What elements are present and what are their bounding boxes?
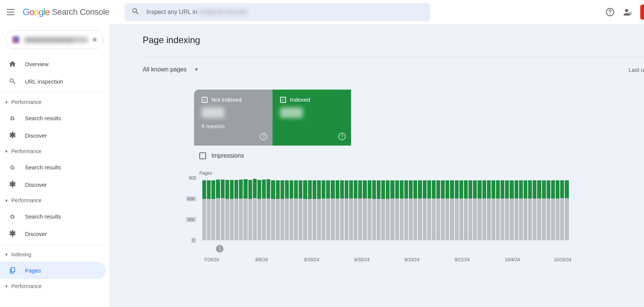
- chevron-down-icon: ▼: [5, 100, 8, 104]
- sidebar-item-label: Overview: [25, 61, 49, 67]
- asterisk-icon: ✱: [8, 131, 17, 140]
- g-icon: G: [8, 114, 17, 122]
- sidebar-section-performance-3[interactable]: ▼Performance: [0, 193, 109, 208]
- sidebar-section-performance-1[interactable]: ▼Performance: [0, 95, 109, 109]
- chart-x-tick: 10/4/24: [505, 257, 520, 262]
- search-icon: [131, 7, 140, 17]
- filter-dropdown[interactable]: All known pages ▼: [143, 66, 199, 73]
- checkbox-checked-icon[interactable]: ✓: [202, 97, 208, 103]
- product-logo[interactable]: Google Search Console: [23, 7, 109, 17]
- search-icon: [8, 77, 17, 85]
- svg-point-2: [625, 9, 628, 12]
- search-placeholder: Inspect any URL in (redacted domain): [146, 9, 248, 16]
- sidebar-item-pages[interactable]: Pages: [0, 262, 106, 279]
- asterisk-icon: ✱: [8, 229, 17, 238]
- not-indexed-card[interactable]: ✓ Not indexed 8 reasons ?: [194, 90, 273, 146]
- last-updated-label: Last u: [629, 67, 644, 73]
- sidebar-item-search-results[interactable]: GSearch results: [0, 208, 106, 225]
- property-selector[interactable]: (redacted property): [5, 30, 103, 49]
- g-icon: G: [8, 163, 17, 171]
- sidebar-item-search-results[interactable]: GSearch results: [0, 109, 106, 127]
- sidebar: (redacted property) Overview URL inspect…: [0, 24, 109, 307]
- indexed-card[interactable]: ✓ Indexed ?: [273, 90, 351, 146]
- chevron-down-icon: ▼: [5, 198, 8, 203]
- sidebar-item-label: URL inspection: [25, 78, 63, 85]
- menu-button[interactable]: [6, 8, 15, 17]
- sidebar-item-search-results[interactable]: GSearch results: [0, 158, 106, 176]
- sidebar-section-performance-2[interactable]: ▼Performance: [0, 144, 109, 158]
- help-icon[interactable]: ?: [338, 133, 346, 140]
- chart-y-tick: 900: [189, 175, 196, 181]
- chart-x-tick: 10/16/24: [554, 257, 572, 262]
- chart-y-tick: 600: [186, 196, 196, 202]
- help-icon[interactable]: [605, 8, 615, 17]
- chart-x-tick: 9/10/24: [404, 257, 419, 262]
- property-name: (redacted property): [25, 37, 88, 42]
- pages-icon: [8, 266, 17, 274]
- property-favicon: [12, 36, 19, 43]
- chart-annotation[interactable]: 1: [216, 245, 223, 253]
- sidebar-item-discover[interactable]: ✱Discover: [0, 225, 106, 242]
- g-icon: G: [8, 212, 17, 220]
- main-content: Page indexing All known pages ▼ Last u ✓…: [109, 24, 644, 307]
- impressions-label: Impressions: [211, 152, 244, 159]
- chart-x-tick: 8/18/24: [304, 257, 319, 262]
- svg-point-3: [629, 12, 631, 15]
- notification-indicator[interactable]: [640, 5, 644, 20]
- sidebar-item-discover[interactable]: ✱Discover: [0, 127, 106, 144]
- indexing-chart: Pages 0300600900 1 7/26/248/6/248/18/248…: [199, 171, 644, 244]
- product-name: Search Console: [52, 7, 109, 17]
- chevron-down-icon: ▼: [194, 67, 199, 72]
- sidebar-item-discover[interactable]: ✱Discover: [0, 176, 106, 193]
- chart-x-tick: 9/22/24: [454, 257, 470, 262]
- checkbox-checked-icon[interactable]: ✓: [280, 97, 286, 103]
- chevron-down-icon: ▼: [5, 284, 8, 288]
- not-indexed-subtitle: 8 reasons: [202, 123, 265, 129]
- chevron-down-icon: ▼: [5, 253, 8, 257]
- chart-x-tick: 7/26/24: [204, 257, 219, 262]
- page-title: Page indexing: [143, 35, 644, 45]
- sidebar-section-indexing[interactable]: ▼Indexing: [0, 247, 109, 262]
- dropdown-icon: [93, 38, 96, 41]
- impressions-checkbox[interactable]: [199, 152, 206, 159]
- svg-point-1: [610, 14, 610, 14]
- sidebar-item-url-inspection[interactable]: URL inspection: [0, 73, 106, 90]
- svg-rect-4: [11, 268, 15, 272]
- user-settings-icon[interactable]: [623, 8, 632, 17]
- chart-ylabel: Pages: [199, 171, 644, 176]
- chart-y-tick: 300: [186, 217, 196, 222]
- asterisk-icon: ✱: [8, 180, 17, 189]
- help-icon[interactable]: ?: [260, 133, 267, 140]
- chart-x-tick: 8/30/24: [354, 257, 370, 262]
- chart-x-tick: 8/6/24: [255, 257, 268, 262]
- sidebar-section-performance-4[interactable]: ▼Performance: [0, 279, 109, 293]
- indexed-value: [280, 107, 303, 118]
- chart-y-tick: 0: [191, 238, 196, 243]
- not-indexed-value: [202, 107, 224, 118]
- sidebar-item-overview[interactable]: Overview: [0, 55, 106, 73]
- search-input[interactable]: Inspect any URL in (redacted domain): [125, 3, 430, 21]
- home-icon: [8, 60, 17, 68]
- chevron-down-icon: ▼: [5, 149, 8, 154]
- google-icon: Google: [23, 7, 49, 17]
